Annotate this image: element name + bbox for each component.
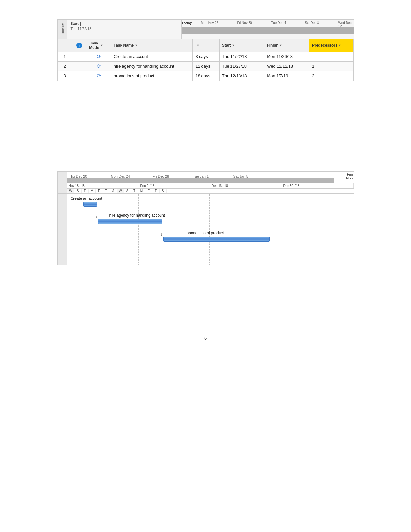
day-F2: F — [145, 189, 152, 193]
bottom-date-1: Thu Dec 20 — [69, 174, 87, 178]
page-container: Timeline Start Thu 11/22/18 Today Mon No… — [0, 0, 411, 360]
th-num — [58, 39, 72, 52]
row-start-2: Tue 11/27/18 — [219, 62, 264, 71]
table-header-row: i TaskMode ▼ Task Name ▼ — [58, 39, 353, 52]
timeline-gray-bar — [182, 27, 354, 34]
cal-day-labels: W S T M F T S W S T M F T S — [67, 189, 354, 193]
row-pred-2: 1 — [309, 62, 353, 71]
row-finish-3: Mon 1/7/19 — [264, 71, 309, 81]
day-S1: S — [74, 189, 82, 193]
date-tick-3: Tue Dec 4 — [271, 21, 286, 24]
arrow-1-2: ↓ — [96, 214, 98, 219]
timeline-sidebar: Timeline — [58, 20, 67, 39]
arrow-2-3: ↓ — [161, 232, 163, 237]
row-duration-1: 3 days — [193, 52, 219, 62]
week-label-4: Dec 30, '18 — [282, 183, 354, 188]
bottom-section: Thu Dec 20 Mon Dec 24 Fri Dec 28 Tue Jan… — [57, 171, 354, 265]
taskmode-sort-arrow: ▼ — [100, 44, 103, 47]
th-finish[interactable]: Finish ▼ — [264, 39, 309, 52]
table-row: 2 ⟳ hire agency for handling account 12 … — [58, 62, 353, 71]
gantt-chart-body: Create an account ↓ hire agency for hand… — [58, 194, 354, 265]
th-predecessors[interactable]: Predecessors ▼ — [309, 39, 353, 52]
chart-task-row-2: ↓ hire agency for handling account — [67, 213, 354, 225]
row-start-3: Thu 12/13/18 — [219, 71, 264, 81]
info-icon[interactable]: i — [76, 43, 82, 48]
top-section: Timeline Start Thu 11/22/18 Today Mon No… — [57, 19, 354, 81]
row-taskname-1: Create an account — [111, 52, 193, 62]
gantt-chart-sidebar — [58, 194, 67, 265]
day-T2: T — [103, 189, 110, 193]
day-T1: T — [82, 189, 89, 193]
day-M2: M — [138, 189, 145, 193]
chart-label-1: Create an account — [71, 196, 102, 201]
row-duration-2: 12 days — [193, 62, 219, 71]
gantt-chart-area: Create an account ↓ hire agency for hand… — [67, 194, 354, 265]
row-num-3: 3 — [58, 71, 72, 81]
day-W1: W — [67, 189, 74, 193]
pred-sort-arrow: ▼ — [338, 44, 341, 47]
gantt-sidebar-top — [58, 172, 67, 183]
day-S4: S — [160, 189, 167, 193]
date-tick-5: Wed Dec 12 — [338, 21, 354, 28]
date-tick-1: Mon Nov 26 — [201, 21, 219, 24]
taskname-sort-arrow: ▼ — [135, 44, 138, 47]
timeline-left: Start Thu 11/22/18 — [67, 20, 182, 39]
task-mode-icon-2: ⟳ — [97, 63, 101, 69]
fini-label: Fini Mon — [346, 172, 353, 180]
chart-bar-2 — [98, 219, 162, 224]
date-tick-4: Sat Dec 8 — [305, 21, 319, 24]
row-pred-1 — [309, 52, 353, 62]
th-start[interactable]: Start ▼ — [219, 39, 264, 52]
day-W2: W — [117, 189, 124, 193]
week-label-3: Dec 16, '18 — [210, 183, 282, 188]
chart-task-row-1: Create an account — [67, 196, 354, 208]
day-S3: S — [124, 189, 131, 193]
duration-sort-arrow: ▼ — [196, 44, 199, 47]
th-predecessors-label: Predecessors — [312, 43, 338, 48]
task-mode-icon-1: ⟳ — [97, 54, 101, 59]
start-sort-arrow: ▼ — [232, 44, 235, 47]
bottom-gray-bar — [67, 178, 334, 183]
row-taskmode-3: ⟳ — [86, 71, 111, 81]
th-taskname[interactable]: Task Name ▼ — [111, 39, 193, 52]
day-F1: F — [96, 189, 103, 193]
gantt-date-area: Thu Dec 20 Mon Dec 24 Fri Dec 28 Tue Jan… — [67, 172, 354, 183]
table-row: 1 ⟳ Create an account 3 days Thu 11/22/1… — [58, 52, 353, 62]
day-T3: T — [131, 189, 138, 193]
row-info-1 — [72, 52, 86, 62]
day-T4: T — [152, 189, 160, 193]
table-row: 3 ⟳ promotions of product 18 days Thu 12… — [58, 71, 353, 81]
row-taskmode-2: ⟳ — [86, 62, 111, 71]
calendar-week-header: Nov 18, '18 Dec 2, '18 Dec 16, '18 Dec 3… — [58, 183, 354, 194]
chart-bar-1 — [83, 202, 97, 207]
task-mode-icon-3: ⟳ — [97, 73, 101, 79]
start-date-top: Thu 11/22/18 — [71, 27, 92, 31]
timeline-label: Timeline — [61, 23, 64, 35]
th-taskname-label: Task Name — [114, 43, 134, 48]
today-label: Today — [182, 21, 192, 25]
th-taskmode-label: TaskMode — [89, 41, 99, 50]
page-number: 6 — [204, 336, 207, 341]
th-duration[interactable]: ▼ — [193, 39, 219, 52]
week-label-2: Dec 2, '18 — [139, 183, 210, 188]
timeline-header: Timeline Start Thu 11/22/18 Today Mon No… — [58, 20, 354, 39]
row-finish-1: Mon 11/26/18 — [264, 52, 309, 62]
cal-sidebar-weeks — [58, 183, 67, 193]
bottom-date-5: Sat Jan 5 — [233, 174, 248, 178]
cal-weeks-area: Nov 18, '18 Dec 2, '18 Dec 16, '18 Dec 3… — [67, 183, 354, 193]
date-tick-2: Fri Nov 30 — [237, 21, 252, 24]
finish-sort-arrow: ▼ — [279, 44, 282, 47]
chart-bar-3 — [163, 237, 270, 242]
th-start-label: Start — [222, 43, 231, 48]
day-M1: M — [89, 189, 96, 193]
start-label: Start — [71, 22, 79, 25]
th-taskmode[interactable]: TaskMode ▼ — [86, 39, 111, 52]
bottom-date-3: Fri Dec 28 — [153, 174, 169, 178]
chart-label-2: hire agency for handling account — [109, 213, 165, 218]
th-finish-label: Finish — [267, 43, 278, 48]
bottom-date-4: Tue Jan 1 — [193, 174, 209, 178]
row-start-1: Thu 11/22/18 — [219, 52, 264, 62]
row-taskmode-1: ⟳ — [86, 52, 111, 62]
day-S2: S — [110, 189, 117, 193]
chart-task-row-3: ↓ promotions of product — [67, 231, 354, 243]
